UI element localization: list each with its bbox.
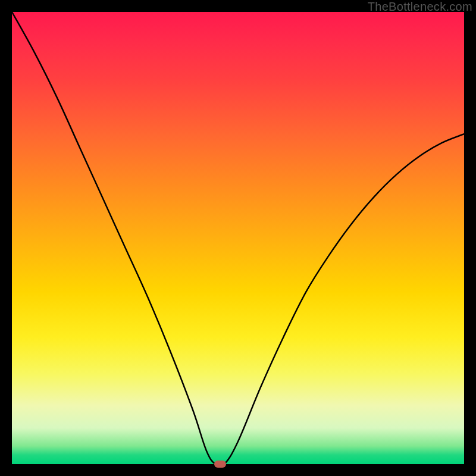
chart-frame: TheBottleneck.com	[0, 0, 476, 476]
plot-area	[12, 12, 464, 464]
minimum-marker-icon	[214, 461, 226, 468]
bottleneck-curve	[12, 12, 464, 464]
